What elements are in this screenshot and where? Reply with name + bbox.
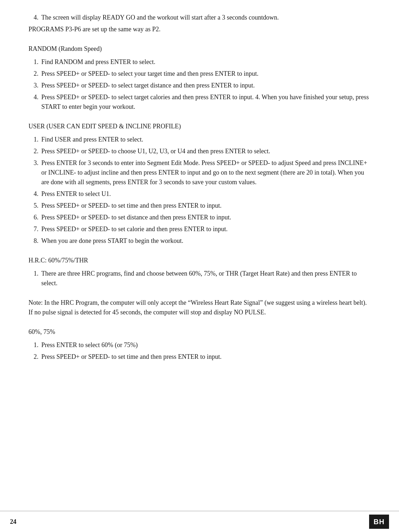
item-num: 8. <box>28 236 38 246</box>
item-text: There are three HRC programs, find and c… <box>41 269 371 288</box>
list-item: 5. Press SPEED+ or SPEED- to set time an… <box>28 201 371 211</box>
list-item: 2. Press SPEED+ or SPEED- to set time an… <box>28 352 371 362</box>
percent-title: 60%, 75% <box>28 327 371 337</box>
list-item: 3. Press SPEED+ or SPEED- to select targ… <box>28 81 371 90</box>
user-section: USER (USER CAN EDIT SPEED & INCLINE PROF… <box>28 122 371 246</box>
item-num: 2. <box>28 147 38 156</box>
item-text: Press ENTER for 3 seconds to enter into … <box>41 158 371 187</box>
item-num: 2. <box>28 69 38 79</box>
item-num: 1. <box>28 269 38 288</box>
item-num: 1. <box>28 340 38 350</box>
page-content: 4. The screen will display READY GO and … <box>0 0 399 414</box>
user-title: USER (USER CAN EDIT SPEED & INCLINE PROF… <box>28 122 371 131</box>
item-num: 2. <box>28 352 38 362</box>
item-text: Press SPEED+ or SPEED- to select target … <box>41 81 371 90</box>
programs-line: PROGRAMS P3-P6 are set up the same way a… <box>28 25 371 34</box>
list-item: 8. When you are done press START to begi… <box>28 236 371 246</box>
list-item: 2. Press SPEED+ or SPEED- to select your… <box>28 69 371 79</box>
item-num: 3. <box>28 158 38 187</box>
page-footer: 24 BH <box>0 511 399 532</box>
random-title: RANDOM (Random Speed) <box>28 44 371 54</box>
percent-section: 60%, 75% 1. Press ENTER to select 60% (o… <box>28 327 371 362</box>
list-item: 6. Press SPEED+ or SPEED- to set distanc… <box>28 213 371 222</box>
list-item: 7. Press SPEED+ or SPEED- to set calorie… <box>28 224 371 234</box>
list-item: 1. Press ENTER to select 60% (or 75%) <box>28 340 371 350</box>
item-num: 1. <box>28 57 38 67</box>
item-4-text: The screen will display READY GO and the… <box>41 13 371 22</box>
item-text: Find RANDOM and press ENTER to select. <box>41 57 371 67</box>
random-section: RANDOM (Random Speed) 1. Find RANDOM and… <box>28 44 371 112</box>
item-text: Press SPEED+ or SPEED- to set calorie an… <box>41 224 371 234</box>
list-item: 3. Press ENTER for 3 seconds to enter in… <box>28 158 371 187</box>
item-num: 4. <box>28 92 38 112</box>
item-num: 3. <box>28 81 38 90</box>
list-item: 1. Find RANDOM and press ENTER to select… <box>28 57 371 67</box>
item-text: Press SPEED+ or SPEED- to set time and t… <box>41 201 371 211</box>
item-text: When you are done press START to begin t… <box>41 236 371 246</box>
item-text: Press SPEED+ or SPEED- to set time and t… <box>41 352 371 362</box>
item-text: Press SPEED+ or SPEED- to set distance a… <box>41 213 371 222</box>
list-item: 4. Press SPEED+ or SPEED- to select targ… <box>28 92 371 112</box>
item-text: Press ENTER to select 60% (or 75%) <box>41 340 371 350</box>
item-text: Press ENTER to select U1. <box>41 189 371 199</box>
hrc-section: H.R.C: 60%/75%/THR 1. There are three HR… <box>28 256 371 288</box>
intro-item-4: 4. The screen will display READY GO and … <box>28 13 371 22</box>
item-num: 1. <box>28 135 38 144</box>
programs-text: PROGRAMS P3-P6 are set up the same way a… <box>28 26 161 33</box>
list-item: 1. Find USER and press ENTER to select. <box>28 135 371 144</box>
item-text: Press SPEED+ or SPEED- to select target … <box>41 92 371 112</box>
item-text: Press SPEED+ or SPEED- to choose U1, U2,… <box>41 147 371 156</box>
logo-text: BH <box>374 516 385 527</box>
page-number: 24 <box>0 517 16 527</box>
item-text: Find USER and press ENTER to select. <box>41 135 371 144</box>
note-text: Note: In the HRC Program, the computer w… <box>28 299 367 316</box>
item-num: 6. <box>28 213 38 222</box>
item-text: Press SPEED+ or SPEED- to select your ta… <box>41 69 371 79</box>
list-item: 4. Press ENTER to select U1. <box>28 189 371 199</box>
hrc-title: H.R.C: 60%/75%/THR <box>28 256 371 265</box>
note-block: Note: In the HRC Program, the computer w… <box>28 298 371 317</box>
item-num: 4. <box>28 189 38 199</box>
item-4-number: 4. <box>28 13 38 22</box>
list-item: 1. There are three HRC programs, find an… <box>28 269 371 288</box>
list-item: 2. Press SPEED+ or SPEED- to choose U1, … <box>28 147 371 156</box>
item-num: 5. <box>28 201 38 211</box>
logo-box: BH <box>369 515 389 529</box>
item-num: 7. <box>28 224 38 234</box>
